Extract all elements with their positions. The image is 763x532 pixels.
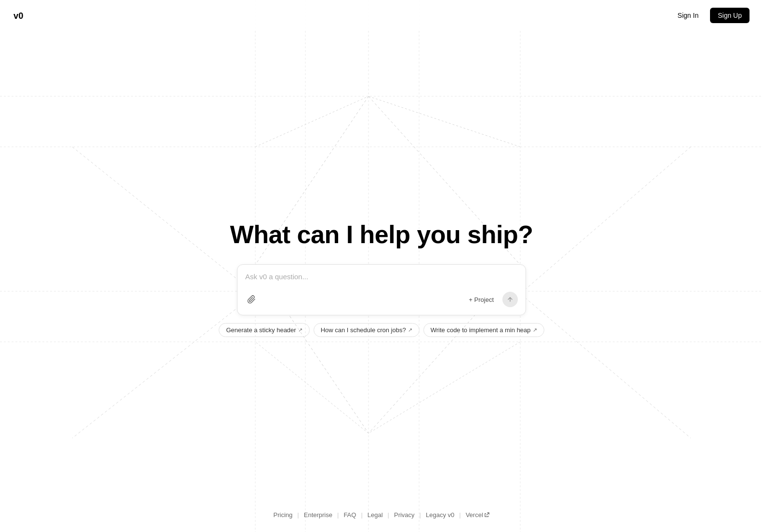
suggestion-arrow: ↗ <box>533 327 537 333</box>
suggestion-label: How can I schedule cron jobs? <box>321 326 406 334</box>
paperclip-icon <box>247 295 256 304</box>
logo-icon: v0 <box>13 11 33 20</box>
suggestions: Generate a sticky header↗How can I sched… <box>219 323 544 337</box>
header-actions: Sign In Sign Up <box>670 8 750 23</box>
suggestion-chip[interactable]: Generate a sticky header↗ <box>219 323 309 337</box>
footer-link-legal[interactable]: Legal <box>363 511 388 519</box>
toolbar-left <box>245 293 258 306</box>
svg-text:v0: v0 <box>13 11 23 20</box>
main-content: What can I help you ship? + Project <box>0 0 763 532</box>
signup-button[interactable]: Sign Up <box>710 8 750 23</box>
footer-link-enterprise[interactable]: Enterprise <box>299 511 337 519</box>
logo: v0 <box>13 11 33 20</box>
toolbar-right: + Project <box>464 292 518 307</box>
suggestion-arrow: ↗ <box>298 327 303 333</box>
footer-link-privacy[interactable]: Privacy <box>389 511 420 519</box>
arrow-up-icon <box>507 296 513 303</box>
footer-link-vercel[interactable]: Vercel <box>461 511 495 519</box>
chat-input[interactable] <box>245 272 518 284</box>
hero-title: What can I help you ship? <box>230 220 533 249</box>
chat-toolbar: + Project <box>245 292 518 307</box>
footer-link-pricing[interactable]: Pricing <box>269 511 298 519</box>
suggestion-chip[interactable]: How can I schedule cron jobs?↗ <box>314 323 420 337</box>
suggestion-label: Generate a sticky header <box>226 326 296 334</box>
suggestion-label: Write code to implement a min heap <box>431 326 531 334</box>
project-button[interactable]: + Project <box>464 293 499 306</box>
attach-button[interactable] <box>245 293 258 306</box>
project-button-label: + Project <box>469 296 494 303</box>
footer-link-legacy-v0[interactable]: Legacy v0 <box>421 511 459 519</box>
header: v0 Sign In Sign Up <box>0 0 763 31</box>
external-link-icon <box>485 512 489 517</box>
suggestion-chip[interactable]: Write code to implement a min heap↗ <box>423 323 544 337</box>
submit-button[interactable] <box>502 292 518 307</box>
footer-link-faq[interactable]: FAQ <box>339 511 361 519</box>
signin-button[interactable]: Sign In <box>670 8 707 23</box>
footer: Pricing|Enterprise|FAQ|Legal|Privacy|Leg… <box>0 498 763 532</box>
chat-box: + Project <box>237 264 526 315</box>
suggestion-arrow: ↗ <box>408 327 412 333</box>
